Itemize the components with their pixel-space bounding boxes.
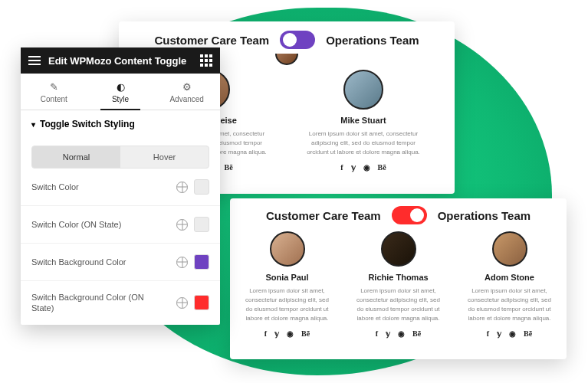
globe-icon[interactable] <box>176 257 188 268</box>
member-name: Mike Stuart <box>302 116 425 125</box>
editor-panel: Edit WPMozo Content Toggle ✎ Content ◐ S… <box>21 47 220 325</box>
pencil-icon: ✎ <box>24 81 84 93</box>
team-member: Sonia Paul Lorem ipsum dolor sit amet, c… <box>242 229 332 338</box>
control-label: Switch Background Color <box>31 257 126 267</box>
behance-icon[interactable]: Bē <box>412 329 421 338</box>
tab-style[interactable]: ◐ Style <box>87 74 154 110</box>
member-desc: Lorem ipsum dolor sit amet, consectetur … <box>465 286 554 323</box>
control-switch-color-on: Switch Color (ON State) <box>21 206 220 244</box>
color-swatch-red[interactable] <box>194 295 209 310</box>
dribbble-icon[interactable]: ◉ <box>363 163 370 172</box>
facebook-icon[interactable]: f <box>376 329 378 338</box>
editor-header: Edit WPMozo Content Toggle <box>21 47 220 74</box>
toggle-switch-purple[interactable] <box>280 31 315 49</box>
member-name: Richie Thomas <box>353 273 443 282</box>
facebook-icon[interactable]: f <box>487 329 489 338</box>
state-tab-normal[interactable]: Normal <box>32 146 120 168</box>
member-desc: Lorem ipsum dolor sit amet, consectetur … <box>353 286 443 323</box>
color-swatch-purple[interactable] <box>194 254 209 270</box>
tab-label: Advanced <box>169 95 203 103</box>
twitter-icon[interactable]: 𝕪 <box>386 329 390 338</box>
control-switch-bg-on: Switch Background Color (ON State) <box>21 281 220 325</box>
control-label: Switch Color (ON State) <box>31 219 121 230</box>
tab-advanced[interactable]: ⚙ Advanced <box>153 74 220 110</box>
apps-icon[interactable] <box>200 54 212 67</box>
team-member: Mike Stuart Lorem ipsum dolor sit amet, … <box>302 65 425 172</box>
avatar-cutoff <box>275 54 298 65</box>
toggle-title-right: Operations Team <box>326 34 419 47</box>
dribbble-icon[interactable]: ◉ <box>287 329 294 338</box>
social-row: f 𝕪 ◉ Bē <box>302 163 425 172</box>
avatar <box>343 70 383 110</box>
toggle-header: Customer Care Team Operations Team <box>133 31 441 49</box>
globe-icon[interactable] <box>176 182 188 193</box>
toggle-title-left: Customer Care Team <box>154 34 269 47</box>
gear-icon: ⚙ <box>156 81 217 93</box>
dribbble-icon[interactable]: ◉ <box>509 329 516 338</box>
color-swatch[interactable] <box>194 179 209 195</box>
control-switch-bg: Switch Background Color <box>21 244 220 281</box>
member-desc: Lorem ipsum dolor sit amet, consectetur … <box>242 286 332 323</box>
social-row: f 𝕪 ◉ Bē <box>353 329 443 338</box>
member-name: Sonia Paul <box>242 273 332 282</box>
globe-icon[interactable] <box>176 219 188 231</box>
toggle-title-right: Operations Team <box>438 209 531 222</box>
twitter-icon[interactable]: 𝕪 <box>274 329 279 338</box>
facebook-icon[interactable]: f <box>264 329 267 338</box>
tab-label: Content <box>41 95 67 103</box>
tab-content[interactable]: ✎ Content <box>21 74 87 110</box>
social-row: f 𝕪 ◉ Bē <box>242 329 332 338</box>
state-tab-hover[interactable]: Hover <box>120 146 209 168</box>
preview-card-bottom: Customer Care Team Operations Team Sonia… <box>230 198 567 359</box>
facebook-icon[interactable]: f <box>340 163 343 172</box>
avatar <box>381 231 416 267</box>
state-tabs: Normal Hover <box>31 146 209 169</box>
section-title: Toggle Switch Styling <box>31 119 209 129</box>
switch-knob <box>283 33 297 47</box>
switch-knob <box>410 208 424 222</box>
avatar <box>270 231 305 267</box>
behance-icon[interactable]: Bē <box>301 329 310 338</box>
social-row: f 𝕪 ◉ Bē <box>465 329 554 338</box>
editor-tabs: ✎ Content ◐ Style ⚙ Advanced <box>21 74 220 110</box>
behance-icon[interactable]: Bē <box>225 163 233 172</box>
globe-icon[interactable] <box>176 297 188 309</box>
team-member: Adom Stone Lorem ipsum dolor sit amet, c… <box>465 229 554 338</box>
avatar <box>492 231 527 267</box>
member-name: Adom Stone <box>465 273 554 282</box>
twitter-icon[interactable]: 𝕪 <box>351 163 356 172</box>
section-header[interactable]: Toggle Switch Styling <box>21 110 220 138</box>
control-label: Switch Background Color (ON State) <box>31 292 146 314</box>
tab-label: Style <box>112 95 129 103</box>
toggle-title-left: Customer Care Team <box>266 209 381 222</box>
color-swatch[interactable] <box>194 217 209 232</box>
toggle-header: Customer Care Team Operations Team <box>242 206 554 224</box>
contrast-icon: ◐ <box>90 81 151 93</box>
control-label: Switch Color <box>31 182 79 192</box>
control-switch-color: Switch Color <box>21 169 220 206</box>
toggle-switch-red[interactable] <box>392 206 427 224</box>
team-member: Richie Thomas Lorem ipsum dolor sit amet… <box>353 229 443 338</box>
twitter-icon[interactable]: 𝕪 <box>497 329 501 338</box>
behance-icon[interactable]: Bē <box>378 163 386 172</box>
member-desc: Lorem ipsum dolor sit amet, consectetur … <box>302 129 425 157</box>
hamburger-icon[interactable] <box>28 56 41 65</box>
editor-title: Edit WPMozo Content Toggle <box>48 55 192 67</box>
dribbble-icon[interactable]: ◉ <box>398 329 405 338</box>
behance-icon[interactable]: Bē <box>524 329 532 338</box>
